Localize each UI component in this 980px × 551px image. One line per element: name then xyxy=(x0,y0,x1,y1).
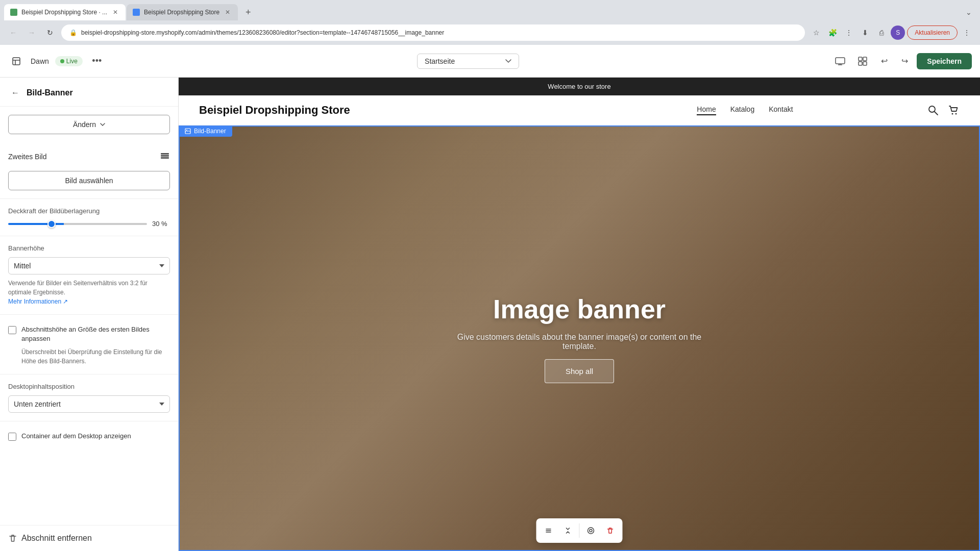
bannerhoehe-label: Bannerhöhe xyxy=(8,244,170,252)
preview-pane: Welcome to our store Beispiel Dropshippi… xyxy=(179,78,980,551)
svg-rect-8 xyxy=(859,62,862,65)
store-nav: Beispiel Dropshipping Store Home Katalog… xyxy=(179,95,980,126)
toolbar-divider xyxy=(579,523,580,538)
live-label: Live xyxy=(66,58,78,65)
sidebar-header: ← Bild-Banner xyxy=(0,78,178,107)
abschnitt-anpassen-label: Abschnittshöhe an Größe des ersten Bilde… xyxy=(21,325,170,343)
svg-point-23 xyxy=(590,530,592,532)
bannerhoehe-select[interactable]: Klein Mittel Groß Angepasst xyxy=(8,257,170,274)
banner-section: Bild-Banner Image banner Give customers … xyxy=(179,126,980,551)
svg-point-13 xyxy=(929,106,935,112)
container-checkbox[interactable] xyxy=(8,433,16,441)
browser-tab-inactive[interactable]: Beispiel Dropshipping Store ✕ xyxy=(127,4,238,20)
banner-subtitle: Give customers details about the banner … xyxy=(452,333,707,351)
desktop-icon xyxy=(835,57,845,65)
secure-icon: 🔒 xyxy=(69,29,77,36)
theme-more-button[interactable]: ••• xyxy=(89,53,105,69)
banner-tag-label: Bild-Banner xyxy=(194,128,226,135)
undo-button[interactable]: ↩ xyxy=(876,53,892,69)
tab-close-inactive[interactable]: ✕ xyxy=(224,8,232,16)
bookmark-icon[interactable]: ☆ xyxy=(809,26,823,40)
tab-title-inactive: Beispiel Dropshipping Store xyxy=(144,9,219,16)
bannerhoehe-group: Bannerhöhe Klein Mittel Groß Angepasst V… xyxy=(0,236,178,314)
tab-title-active: Beispiel Dropshipping Store · ... xyxy=(21,9,107,16)
sidebar: ← Bild-Banner Ändern Zweites Bild xyxy=(0,78,179,551)
browser-overflow-icon[interactable]: ⋮ xyxy=(960,26,974,40)
delete-label: Abschnitt entfernen xyxy=(21,534,92,543)
share-icon[interactable]: ⎙ xyxy=(874,26,889,40)
browser-menu-icon[interactable]: ⋮ xyxy=(842,26,856,40)
banner-label-tag: Bild-Banner xyxy=(179,126,232,137)
desktop-position-select[interactable]: Oben links Oben zentriert Oben rechts Mi… xyxy=(8,395,170,413)
nav-link-home[interactable]: Home xyxy=(697,105,716,115)
abschnitt-anpassen-checkbox[interactable] xyxy=(8,326,16,334)
bild-auswaehlen-button[interactable]: Bild auswählen xyxy=(8,171,170,190)
svg-line-14 xyxy=(935,112,938,115)
edit-icon xyxy=(587,527,595,535)
abschnitt-anpassen-hint: Überschreibt bei Überprüfung die Einstel… xyxy=(21,347,170,366)
bild-select-container: Bild auswählen xyxy=(0,171,178,198)
nav-link-katalog[interactable]: Katalog xyxy=(730,105,754,115)
svg-point-15 xyxy=(952,113,953,115)
svg-rect-9 xyxy=(863,62,867,65)
forward-button[interactable]: → xyxy=(24,26,39,40)
trash-icon xyxy=(8,534,17,543)
mehr-info-link[interactable]: Mehr Informationen ↗ xyxy=(8,298,68,305)
desktop-position-label: Desktopinhaltsposition xyxy=(8,383,170,390)
delete-button[interactable] xyxy=(601,521,620,540)
deckkraft-label: Deckkraft der Bildüberlagerung xyxy=(8,207,170,215)
move-down-button[interactable] xyxy=(559,521,577,540)
delete-section[interactable]: Abschnitt entfernen xyxy=(0,525,178,551)
bannerhoehe-hint: Verwende für Bilder ein Seitenverhältnis… xyxy=(8,279,170,306)
back-button[interactable]: ← xyxy=(8,86,22,100)
edit-button[interactable] xyxy=(582,521,600,540)
bild-auswaehlen-label: Bild auswählen xyxy=(65,177,113,185)
nav-link-kontakt[interactable]: Kontakt xyxy=(769,105,793,115)
responsive-view-button[interactable] xyxy=(831,52,849,70)
new-tab-button[interactable]: + xyxy=(241,5,255,19)
grid-view-button[interactable] xyxy=(853,52,872,70)
svg-rect-6 xyxy=(859,57,862,61)
desktop-position-group: Desktopinhaltsposition Oben links Oben z… xyxy=(0,374,178,421)
image-icon xyxy=(185,128,191,134)
move-up-icon xyxy=(545,527,553,535)
search-icon[interactable] xyxy=(927,104,939,116)
layers-icon[interactable] xyxy=(160,151,170,163)
floating-toolbar xyxy=(536,518,623,543)
home-button[interactable] xyxy=(8,53,24,69)
svg-rect-11 xyxy=(161,155,169,157)
url-bar[interactable]: 🔒 beispiel-dropshipping-store.myshopify.… xyxy=(61,24,805,41)
change-button[interactable]: Ändern xyxy=(8,115,170,134)
move-up-button[interactable] xyxy=(540,521,558,540)
cart-icon[interactable] xyxy=(947,104,960,116)
download-icon[interactable]: ⬇ xyxy=(858,26,872,40)
grid-icon xyxy=(858,57,867,66)
svg-point-16 xyxy=(955,113,957,115)
search-svg xyxy=(927,105,939,116)
live-badge: Live xyxy=(55,56,83,66)
extension-icon[interactable]: 🧩 xyxy=(825,26,840,40)
banner-title: Image banner xyxy=(493,294,666,324)
tab-close-active[interactable]: ✕ xyxy=(111,8,119,16)
tab-more-button[interactable]: ⌄ xyxy=(962,5,976,19)
store-nav-actions xyxy=(927,104,960,116)
back-button[interactable]: ← xyxy=(6,26,20,40)
deckkraft-slider[interactable] xyxy=(8,223,147,225)
tab-favicon-inactive xyxy=(133,9,140,16)
shop-all-button[interactable]: Shop all xyxy=(545,359,614,383)
svg-rect-7 xyxy=(863,57,867,61)
profile-avatar[interactable]: S xyxy=(891,26,905,40)
page-selector[interactable]: Startseite xyxy=(417,54,519,69)
store-topbar-text: Welcome to our store xyxy=(548,83,610,90)
tab-favicon-active xyxy=(10,9,17,16)
update-button[interactable]: Aktualisieren xyxy=(907,26,958,40)
redo-button[interactable]: ↪ xyxy=(896,53,913,69)
store-frame: Welcome to our store Beispiel Dropshippi… xyxy=(179,78,980,551)
browser-tab-active[interactable]: Beispiel Dropshipping Store · ... ✕ xyxy=(4,4,126,20)
trash-icon xyxy=(606,527,615,535)
reload-button[interactable]: ↻ xyxy=(43,26,57,40)
save-button[interactable]: Speichern xyxy=(917,53,972,69)
live-dot xyxy=(60,59,64,63)
store-nav-links: Home Katalog Kontakt xyxy=(563,105,927,115)
cart-svg xyxy=(948,105,959,116)
